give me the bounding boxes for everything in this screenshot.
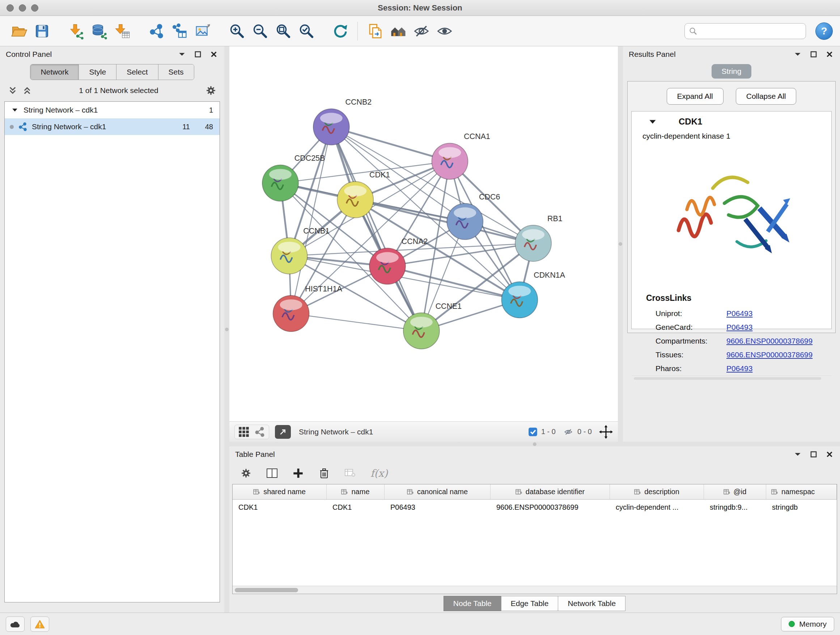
collapse-entry-icon[interactable]: [649, 119, 656, 124]
network-collection-row[interactable]: String Network – cdk1 1: [5, 102, 219, 119]
pharos-link[interactable]: P06493: [726, 364, 752, 373]
network-options-gear-icon[interactable]: [205, 85, 216, 96]
zoom-in-button[interactable]: [225, 19, 248, 43]
memory-button[interactable]: Memory: [781, 617, 834, 631]
cell-description[interactable]: cyclin-dependent ...: [610, 503, 704, 511]
function-builder-button[interactable]: f(x): [370, 467, 388, 479]
cell-canonical-name[interactable]: P06493: [385, 503, 491, 511]
save-session-button[interactable]: [30, 19, 54, 43]
export-image-button[interactable]: [191, 19, 214, 43]
panel-close-button[interactable]: [825, 450, 834, 459]
table-row[interactable]: CDK1 CDK1 P06493 9606.ENSP00000378699 cy…: [233, 500, 837, 515]
help-button[interactable]: ?: [815, 22, 833, 40]
import-table-button[interactable]: [111, 19, 134, 43]
search-input[interactable]: [700, 27, 801, 35]
panel-close-button[interactable]: [209, 50, 218, 59]
scrollbar-thumb[interactable]: [235, 588, 298, 592]
network-node[interactable]: CDKN1A: [501, 271, 565, 318]
tab-string[interactable]: String: [712, 64, 752, 79]
network-edge[interactable]: [355, 200, 533, 243]
splitter-handle[interactable]: [533, 442, 537, 446]
network-canvas[interactable]: CCNB2CCNA1CDC25BCDK1CDC6RB1CCNB1CCNA2CDK…: [229, 46, 618, 421]
network-edge[interactable]: [332, 127, 450, 162]
show-all-button[interactable]: [433, 19, 456, 43]
splitter-handle[interactable]: [619, 242, 622, 246]
horizontal-splitter[interactable]: [229, 442, 840, 447]
tab-node-table[interactable]: Node Table: [444, 596, 501, 611]
warnings-button[interactable]: [30, 616, 49, 632]
cell-database-identifier[interactable]: 9606.ENSP00000378699: [491, 503, 610, 511]
copy-document-button[interactable]: [363, 19, 387, 43]
import-network-database-button[interactable]: [88, 19, 111, 43]
grid-view-icon[interactable]: [238, 426, 249, 437]
tab-network-table[interactable]: Network Table: [558, 596, 625, 611]
panel-float-button[interactable]: [809, 50, 818, 59]
refresh-view-button[interactable]: [328, 19, 352, 43]
collapse-all-networks-icon[interactable]: [22, 86, 32, 95]
import-network-file-button[interactable]: [65, 19, 88, 43]
tab-select[interactable]: Select: [117, 65, 158, 80]
cell-namespace[interactable]: stringdb: [766, 503, 817, 511]
genecard-link[interactable]: P06493: [726, 323, 752, 332]
panel-close-button[interactable]: [825, 50, 834, 59]
tab-edge-table[interactable]: Edge Table: [501, 596, 559, 611]
column-header-database-identifier[interactable]: database identifier: [491, 485, 610, 499]
show-columns-button[interactable]: [266, 467, 278, 479]
search-field[interactable]: [684, 23, 806, 39]
network-node[interactable]: CCNA1: [431, 132, 490, 179]
splitter-handle[interactable]: [225, 328, 229, 331]
first-neighbors-button[interactable]: [387, 19, 410, 43]
column-header-id[interactable]: @id: [704, 485, 766, 499]
expand-all-networks-icon[interactable]: [8, 86, 17, 95]
column-header-canonical-name[interactable]: canonical name: [385, 485, 491, 499]
new-network-table-button[interactable]: [168, 19, 191, 43]
tree-expand-icon[interactable]: [12, 108, 18, 112]
tissues-link[interactable]: 9606.ENSP00000378699: [726, 350, 813, 359]
birds-eye-crosshair-icon[interactable]: [599, 425, 613, 439]
cloud-status-button[interactable]: [6, 616, 25, 632]
column-header-description[interactable]: description: [610, 485, 704, 499]
card-scrollbar[interactable]: [632, 375, 831, 381]
table-horizontal-scrollbar[interactable]: [233, 586, 837, 594]
image-icon: [194, 23, 211, 40]
table-options-button[interactable]: [240, 467, 252, 479]
network-node[interactable]: HIST1H1A: [273, 285, 343, 332]
expand-all-button[interactable]: Expand All: [667, 88, 723, 105]
panel-menu-button[interactable]: [793, 450, 802, 459]
tab-sets[interactable]: Sets: [158, 65, 194, 80]
cell-id[interactable]: stringdb:9...: [704, 503, 766, 511]
zoom-out-button[interactable]: [248, 19, 271, 43]
zoom-selected-button[interactable]: [294, 19, 317, 43]
open-session-button[interactable]: [7, 19, 30, 43]
panel-float-button[interactable]: [193, 50, 202, 59]
network-view-icon[interactable]: [254, 426, 265, 437]
panel-menu-button[interactable]: [793, 50, 802, 59]
cell-name[interactable]: CDK1: [327, 503, 385, 511]
column-header-shared-name[interactable]: shared name: [233, 485, 327, 499]
panel-menu-button[interactable]: [177, 50, 187, 59]
column-header-namespace[interactable]: namespac: [766, 485, 837, 499]
cell-shared-name[interactable]: CDK1: [233, 503, 327, 511]
collapse-all-button[interactable]: Collapse All: [736, 88, 797, 105]
new-network-button[interactable]: [145, 19, 168, 43]
zoom-fit-button[interactable]: [271, 19, 294, 43]
hide-selected-button[interactable]: [410, 19, 433, 43]
tab-style[interactable]: Style: [79, 65, 117, 80]
panel-float-button[interactable]: [809, 450, 818, 459]
left-splitter[interactable]: [224, 46, 229, 613]
network-edge[interactable]: [332, 127, 422, 331]
create-column-button[interactable]: [292, 467, 304, 479]
delete-column-button[interactable]: [318, 467, 330, 479]
uniprot-link[interactable]: P06493: [726, 309, 752, 318]
detach-view-button[interactable]: [275, 425, 291, 439]
network-node[interactable]: CDK1: [337, 171, 390, 218]
network-node[interactable]: RB1: [515, 214, 562, 261]
compartments-link[interactable]: 9606.ENSP00000378699: [726, 337, 813, 345]
right-splitter[interactable]: [618, 46, 623, 442]
network-node[interactable]: CCNB1: [271, 226, 329, 274]
network-row-selected[interactable]: String Network – cdk1 11 48: [5, 119, 219, 135]
tab-network[interactable]: Network: [30, 65, 79, 80]
column-header-name[interactable]: name: [327, 485, 385, 499]
network-node[interactable]: CCNB2: [313, 98, 371, 145]
network-edge[interactable]: [291, 314, 422, 331]
